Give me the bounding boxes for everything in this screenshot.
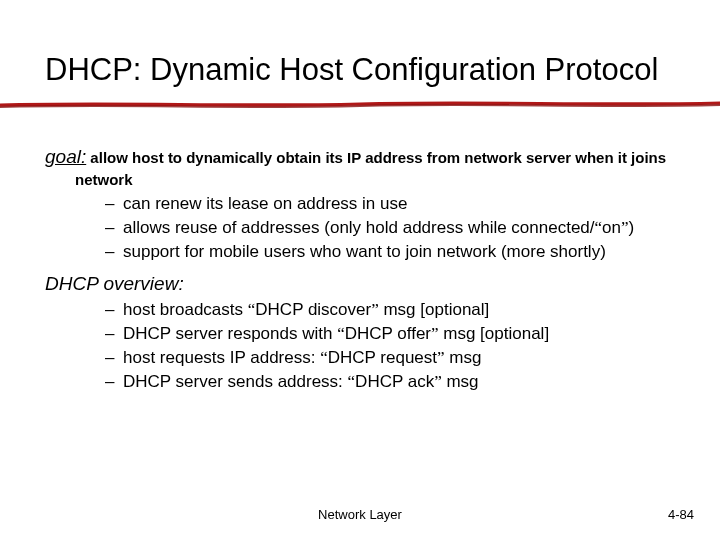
list-item: DHCP server responds with “DHCP offer” m… bbox=[105, 323, 700, 347]
footer-page-number: 4-84 bbox=[668, 507, 694, 522]
goal-bullets: can renew its lease on address in use al… bbox=[45, 193, 700, 265]
list-item: DHCP server sends address: “DHCP ack” ms… bbox=[105, 371, 700, 395]
slide-body: goal: allow host to dynamically obtain i… bbox=[45, 144, 700, 401]
list-item: host requests IP address: “DHCP request”… bbox=[105, 347, 700, 371]
list-item: host broadcasts “DHCP discover” msg [opt… bbox=[105, 299, 700, 323]
goal-line: goal: allow host to dynamically obtain i… bbox=[45, 144, 700, 190]
list-item: allows reuse of addresses (only hold add… bbox=[105, 217, 700, 241]
list-item: can renew its lease on address in use bbox=[105, 193, 700, 217]
goal-text-tail: network bbox=[75, 170, 700, 190]
overview-bullets: host broadcasts “DHCP discover” msg [opt… bbox=[45, 299, 700, 395]
goal-label: goal: bbox=[45, 146, 86, 167]
footer-center: Network Layer bbox=[0, 507, 720, 522]
slide-title: DHCP: Dynamic Host Configuration Protoco… bbox=[45, 52, 710, 88]
title-underline bbox=[0, 100, 720, 108]
list-item: support for mobile users who want to joi… bbox=[105, 241, 700, 265]
goal-text: allow host to dynamically obtain its IP … bbox=[86, 149, 666, 166]
slide: DHCP: Dynamic Host Configuration Protoco… bbox=[0, 0, 720, 540]
list-item-text: allows reuse of addresses (only hold add… bbox=[123, 218, 634, 237]
overview-heading: DHCP overview: bbox=[45, 271, 700, 297]
